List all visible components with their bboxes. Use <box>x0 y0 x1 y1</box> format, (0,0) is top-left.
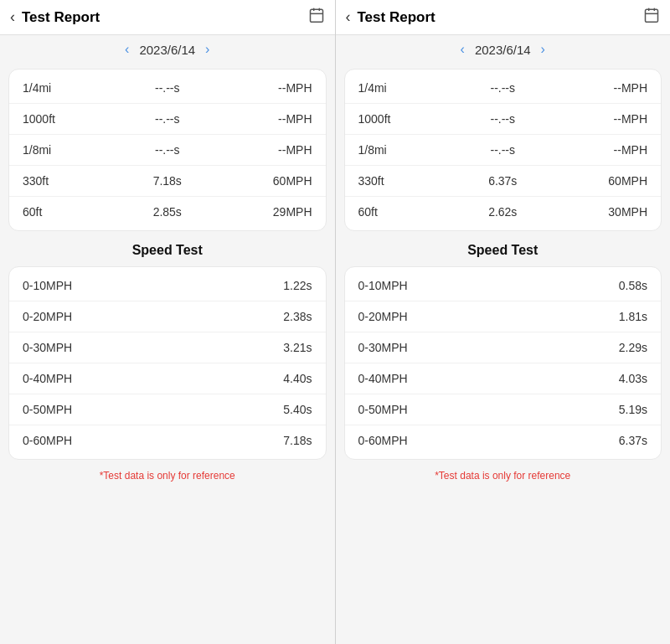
distance-time: 7.18s <box>119 174 215 188</box>
speed-value: 5.19s <box>619 403 647 416</box>
distance-card: 1/4mi --.--s --MPH 1000ft --.--s --MPH 1… <box>344 69 662 231</box>
distance-row: 1/8mi --.--s --MPH <box>345 135 662 166</box>
speed-section-title: Speed Test <box>336 236 671 261</box>
distance-speed: --MPH <box>215 143 312 157</box>
date-nav: ‹ 2023/6/14 › <box>336 35 671 64</box>
speed-row: 0-40MPH 4.03s <box>345 363 662 394</box>
speed-label: 0-40MPH <box>23 372 283 385</box>
speed-label: 0-30MPH <box>358 341 619 354</box>
speed-row: 0-20MPH 2.38s <box>9 301 326 332</box>
distance-label: 1000ft <box>358 112 455 126</box>
speed-label: 0-20MPH <box>358 310 619 323</box>
speed-label: 0-30MPH <box>23 341 283 354</box>
distance-speed: --MPH <box>551 143 647 157</box>
distance-row: 1/8mi --.--s --MPH <box>9 135 326 166</box>
svg-rect-0 <box>310 9 322 22</box>
distance-card: 1/4mi --.--s --MPH 1000ft --.--s --MPH 1… <box>8 69 327 231</box>
speed-card: 0-10MPH 1.22s 0-20MPH 2.38s 0-30MPH 3.21… <box>8 266 327 460</box>
distance-label: 330ft <box>23 174 119 188</box>
back-button[interactable]: ‹ <box>10 8 15 26</box>
speed-value: 4.03s <box>619 372 647 385</box>
distance-row: 330ft 6.37s 60MPH <box>345 166 662 197</box>
back-button[interactable]: ‹ <box>346 8 351 26</box>
distance-speed: 30MPH <box>551 205 647 219</box>
distance-speed: --MPH <box>215 112 312 126</box>
distance-label: 1/8mi <box>358 143 455 157</box>
speed-label: 0-60MPH <box>23 434 283 447</box>
speed-row: 0-50MPH 5.40s <box>9 394 326 425</box>
speed-label: 0-50MPH <box>23 403 283 416</box>
speed-row: 0-20MPH 1.81s <box>345 301 662 332</box>
speed-value: 0.58s <box>619 279 647 292</box>
distance-label: 1/8mi <box>23 143 119 157</box>
speed-row: 0-40MPH 4.40s <box>9 363 326 394</box>
next-date-button[interactable]: › <box>531 42 555 57</box>
next-date-button[interactable]: › <box>195 42 219 57</box>
distance-label: 60ft <box>23 205 119 219</box>
disclaimer-text: *Test data is only for reference <box>0 465 335 488</box>
distance-time: 2.62s <box>455 205 551 219</box>
distance-time: --.--s <box>455 81 551 95</box>
panel-left: ‹ Test Report ‹ 2023/6/14 › 1/4mi --.--s… <box>0 0 335 644</box>
distance-row: 1000ft --.--s --MPH <box>345 104 662 135</box>
speed-label: 0-50MPH <box>358 403 619 416</box>
svg-rect-4 <box>646 9 658 22</box>
distance-time: --.--s <box>119 81 215 95</box>
distance-time: --.--s <box>455 143 551 157</box>
speed-label: 0-10MPH <box>23 279 283 292</box>
speed-value: 5.40s <box>283 403 312 416</box>
distance-speed: 60MPH <box>551 174 647 188</box>
distance-time: --.--s <box>119 112 215 126</box>
panel-right: ‹ Test Report ‹ 2023/6/14 › 1/4mi --.--s… <box>336 0 671 644</box>
distance-row: 1000ft --.--s --MPH <box>9 104 326 135</box>
distance-row: 1/4mi --.--s --MPH <box>345 73 662 104</box>
distance-time: 2.85s <box>119 205 215 219</box>
prev-date-button[interactable]: ‹ <box>115 42 139 57</box>
distance-label: 1000ft <box>23 112 119 126</box>
distance-row: 1/4mi --.--s --MPH <box>9 73 326 104</box>
speed-label: 0-20MPH <box>23 310 283 323</box>
speed-value: 1.22s <box>283 279 312 292</box>
speed-row: 0-60MPH 6.37s <box>345 425 662 456</box>
disclaimer-text: *Test data is only for reference <box>336 465 671 488</box>
distance-label: 60ft <box>358 205 455 219</box>
distance-row: 60ft 2.62s 30MPH <box>345 197 662 227</box>
calendar-icon[interactable] <box>643 7 660 28</box>
distance-time: 6.37s <box>455 174 551 188</box>
speed-row: 0-30MPH 2.29s <box>345 332 662 363</box>
distance-row: 330ft 7.18s 60MPH <box>9 166 326 197</box>
speed-row: 0-10MPH 0.58s <box>345 270 662 301</box>
distance-row: 60ft 2.85s 29MPH <box>9 197 326 227</box>
panel-header: ‹ Test Report <box>0 0 335 35</box>
speed-value: 1.81s <box>619 310 647 323</box>
speed-value: 2.38s <box>283 310 312 323</box>
distance-speed: 29MPH <box>215 205 312 219</box>
date-display: 2023/6/14 <box>475 43 531 57</box>
speed-value: 3.21s <box>283 341 312 354</box>
panels-container: ‹ Test Report ‹ 2023/6/14 › 1/4mi --.--s… <box>0 0 670 644</box>
prev-date-button[interactable]: ‹ <box>451 42 475 57</box>
speed-row: 0-10MPH 1.22s <box>9 270 326 301</box>
distance-speed: --MPH <box>551 112 647 126</box>
speed-row: 0-30MPH 3.21s <box>9 332 326 363</box>
distance-time: --.--s <box>455 112 551 126</box>
speed-label: 0-60MPH <box>358 434 619 447</box>
distance-speed: 60MPH <box>215 174 312 188</box>
distance-speed: --MPH <box>215 81 312 95</box>
speed-value: 7.18s <box>283 434 312 447</box>
distance-label: 330ft <box>358 174 455 188</box>
speed-value: 6.37s <box>619 434 647 447</box>
date-display: 2023/6/14 <box>139 43 195 57</box>
date-nav: ‹ 2023/6/14 › <box>0 35 335 64</box>
speed-label: 0-10MPH <box>358 279 619 292</box>
speed-value: 2.29s <box>619 341 647 354</box>
speed-card: 0-10MPH 0.58s 0-20MPH 1.81s 0-30MPH 2.29… <box>344 266 662 460</box>
distance-speed: --MPH <box>551 81 647 95</box>
speed-row: 0-50MPH 5.19s <box>345 394 662 425</box>
speed-label: 0-40MPH <box>358 372 619 385</box>
speed-row: 0-60MPH 7.18s <box>9 425 326 456</box>
distance-label: 1/4mi <box>23 81 119 95</box>
header-title: Test Report <box>22 9 308 26</box>
header-title: Test Report <box>358 9 644 26</box>
calendar-icon[interactable] <box>308 7 325 28</box>
